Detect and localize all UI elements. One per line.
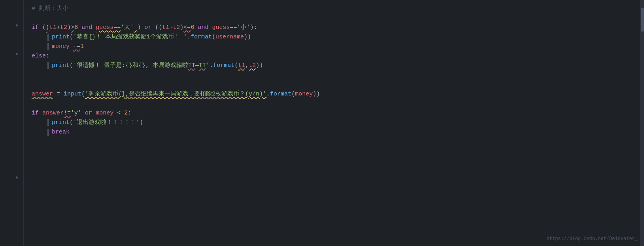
str-congrats: '恭喜{}！ 本局游戏获奖励1个游戏币！ ' bbox=[73, 32, 187, 42]
var-t1: t1 bbox=[49, 23, 57, 32]
str-dash: — bbox=[195, 61, 199, 71]
paren-input: ( bbox=[81, 90, 85, 99]
fn-print1: print bbox=[52, 32, 70, 42]
op-assign: = bbox=[53, 90, 64, 99]
block-indicator2 bbox=[47, 43, 49, 50]
kw-and2: and bbox=[198, 23, 208, 32]
svg-marker-2 bbox=[16, 176, 19, 179]
comment-text: # 判断：大小 bbox=[32, 4, 68, 13]
var-username: username bbox=[215, 32, 244, 42]
paren-p3: ( bbox=[70, 118, 73, 128]
paren-format2: ( bbox=[234, 61, 238, 71]
num-2: 2 bbox=[124, 109, 128, 118]
op-eq2: == bbox=[230, 23, 237, 32]
fn-input: input bbox=[64, 90, 81, 99]
space1 bbox=[78, 23, 81, 32]
fold-icon-1[interactable] bbox=[15, 23, 20, 28]
var-answer: answer bbox=[32, 90, 53, 99]
scrollbar[interactable] bbox=[640, 0, 644, 246]
space3 bbox=[134, 23, 137, 32]
block-indicator1 bbox=[47, 34, 49, 41]
svg-marker-1 bbox=[16, 53, 19, 55]
str-tt2: TT bbox=[199, 61, 206, 71]
space4: (( bbox=[151, 23, 162, 32]
space9 bbox=[92, 109, 96, 118]
space7 bbox=[39, 109, 42, 118]
paren-close3: ) bbox=[137, 23, 144, 32]
fn-print2: print bbox=[52, 61, 70, 71]
str-small: '小' bbox=[237, 23, 250, 32]
op-lt: < bbox=[113, 109, 124, 118]
line-money: money += 1 bbox=[32, 42, 636, 51]
dot2: . bbox=[210, 61, 213, 71]
str-y: 'y' bbox=[71, 109, 81, 118]
var-t2c: t2 bbox=[249, 61, 256, 71]
str-end: ' bbox=[206, 61, 210, 71]
str-remaining: '剩余游戏币{},是否继续再来一局游戏，要扣除2枚游戏币？(y/n)' bbox=[85, 90, 266, 99]
var-money3: money bbox=[96, 109, 113, 118]
colon-if2: : bbox=[128, 109, 131, 118]
scrollbar-thumb[interactable] bbox=[641, 8, 644, 32]
squig-paren: ( bbox=[46, 23, 49, 32]
paren-end4: ) bbox=[140, 118, 143, 128]
var-money1: money bbox=[52, 42, 70, 51]
line-if2: if answer != 'y' or money < 2 : bbox=[32, 109, 636, 118]
paren-end1: )) bbox=[244, 32, 251, 42]
op-pluseq: += bbox=[73, 42, 80, 51]
method-format2: format bbox=[213, 61, 234, 71]
op-eq1: == bbox=[113, 23, 121, 32]
op-plus2: + bbox=[169, 23, 173, 32]
block-indicator3 bbox=[47, 62, 49, 69]
empty-line-2 bbox=[32, 71, 636, 80]
var-money2: money bbox=[295, 90, 313, 99]
str-exit: '退出游戏啦！！！！！' bbox=[73, 118, 140, 128]
paren-end3: )) bbox=[313, 90, 320, 99]
dot3: . bbox=[266, 90, 270, 99]
kw-or: or bbox=[144, 23, 151, 32]
method-format3: format bbox=[270, 90, 291, 99]
paren-close2: ) bbox=[67, 23, 71, 32]
empty-line-1 bbox=[32, 13, 636, 23]
line-else: else : bbox=[32, 51, 636, 61]
block-indicator4 bbox=[47, 119, 49, 126]
line-if1: if ( ( t1 + t2 ) > 6 and guess == '大' ) … bbox=[32, 23, 636, 32]
kw-and1: and bbox=[81, 23, 92, 32]
paren-end2: )) bbox=[256, 61, 263, 71]
num-1: 1 bbox=[80, 42, 84, 51]
fold-icon-2[interactable] bbox=[15, 51, 20, 57]
paren-format1: ( bbox=[212, 32, 215, 42]
fold-icon-3[interactable] bbox=[15, 175, 20, 180]
paren-p2: ( bbox=[70, 61, 73, 71]
comma1: , bbox=[245, 61, 249, 71]
var-answer2: answer bbox=[42, 109, 64, 118]
op-lte: <= bbox=[183, 23, 191, 32]
kw-if: if bbox=[32, 23, 39, 32]
var-guess2: guess bbox=[212, 23, 230, 32]
code-content: # 判断：大小 if ( ( t1 + t2 ) > 6 and guess =… bbox=[24, 0, 644, 246]
line-answer: answer = input ( '剩余游戏币{},是否继续再来一局游戏，要扣除… bbox=[32, 90, 636, 99]
space5 bbox=[194, 23, 198, 32]
var-t1c: t1 bbox=[238, 61, 245, 71]
str-tt: TT bbox=[188, 61, 195, 71]
line-break: break bbox=[32, 128, 636, 137]
line-print3: print ( '退出游戏啦！！！！！' ) bbox=[32, 118, 636, 128]
num-6b: 6 bbox=[191, 23, 194, 32]
paren-p1: ( bbox=[70, 32, 73, 42]
op-plus: + bbox=[57, 23, 60, 32]
paren-end: ): bbox=[250, 23, 257, 32]
paren-open: ( bbox=[39, 23, 46, 32]
empty-line-3 bbox=[32, 80, 636, 90]
num-6: 6 bbox=[74, 23, 78, 32]
svg-marker-0 bbox=[16, 24, 19, 27]
var-t2b: t2 bbox=[173, 23, 180, 32]
dot1: . bbox=[187, 32, 191, 42]
var-t2: t2 bbox=[60, 23, 67, 32]
line-print1: print ( '恭喜{}！ 本局游戏获奖励1个游戏币！ ' . format … bbox=[32, 32, 636, 42]
kw-else: else bbox=[32, 51, 46, 61]
op-neq: != bbox=[64, 109, 71, 118]
line-gutter bbox=[0, 0, 24, 246]
empty-line-4 bbox=[32, 99, 636, 109]
str-lose: '很遗憾！ 骰子是:{}和{}, 本局游戏输啦 bbox=[73, 61, 188, 71]
colon-else: : bbox=[46, 51, 49, 61]
fn-print3: print bbox=[52, 118, 70, 128]
